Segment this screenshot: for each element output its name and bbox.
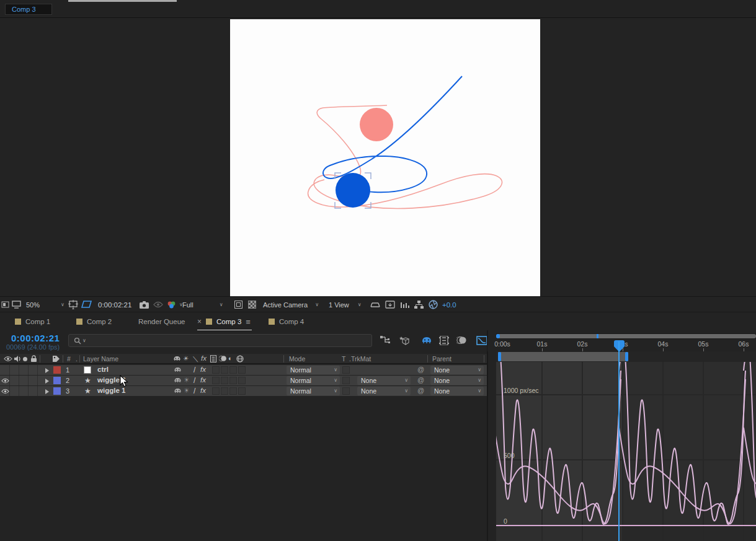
collapse-transformations-switch[interactable]: ☀ bbox=[184, 376, 190, 384]
blend-mode-dropdown[interactable]: Normal∨ bbox=[287, 387, 340, 395]
work-area-end-handle[interactable] bbox=[625, 352, 628, 361]
frame-blend-switch[interactable] bbox=[212, 366, 220, 374]
audio-toggle[interactable] bbox=[11, 376, 19, 385]
adjustment-switch[interactable] bbox=[229, 387, 237, 395]
column-mode[interactable]: Mode bbox=[289, 355, 305, 363]
share-view-icon[interactable] bbox=[370, 297, 380, 312]
playhead-line[interactable] bbox=[618, 341, 620, 541]
solo-icon[interactable] bbox=[23, 357, 27, 361]
shy-switch[interactable] bbox=[174, 387, 182, 394]
navigator-start-handle[interactable] bbox=[496, 334, 500, 338]
frame-blend-switch[interactable] bbox=[212, 377, 220, 384]
layer-label-color[interactable] bbox=[53, 366, 61, 374]
column-dot[interactable]: . bbox=[76, 355, 78, 363]
shy-switch[interactable] bbox=[174, 377, 182, 384]
parent-dropdown[interactable]: None∨ bbox=[430, 387, 484, 395]
always-preview-icon[interactable] bbox=[1, 297, 9, 312]
region-of-interest-icon[interactable] bbox=[81, 297, 92, 312]
fx-switch[interactable]: fx bbox=[200, 376, 206, 384]
expand-arrow[interactable] bbox=[45, 389, 49, 394]
quality-switch[interactable]: / bbox=[193, 366, 195, 374]
expand-arrow[interactable] bbox=[45, 379, 49, 384]
tab-comp3-active[interactable]: × Comp 3 ≡ bbox=[197, 312, 251, 331]
preserve-transparency-toggle[interactable] bbox=[342, 377, 350, 384]
fast-previews-icon[interactable] bbox=[234, 297, 242, 312]
graph-editor-icon[interactable] bbox=[476, 336, 487, 345]
adjustment-layer-column-icon[interactable]: ◐ bbox=[228, 354, 233, 362]
blend-mode-dropdown[interactable]: Normal∨ bbox=[287, 376, 340, 385]
exposure-shutter-icon[interactable] bbox=[429, 297, 438, 312]
pickwhip-icon[interactable]: @ bbox=[417, 387, 424, 394]
video-toggle[interactable] bbox=[1, 365, 10, 375]
draft-3d-icon[interactable] bbox=[399, 336, 411, 345]
composition-mini-flowchart-icon[interactable] bbox=[380, 336, 391, 344]
adjustment-switch[interactable] bbox=[229, 366, 237, 374]
tab-comp1[interactable]: Comp 1 bbox=[15, 312, 50, 331]
3d-switch[interactable] bbox=[238, 366, 246, 374]
grid-guides-icon[interactable] bbox=[68, 297, 79, 312]
frame-blending-icon[interactable] bbox=[439, 336, 449, 345]
mini-flowchart-icon[interactable] bbox=[414, 297, 424, 312]
audio-toggle[interactable] bbox=[11, 365, 19, 375]
column-trkmat[interactable]: .TrkMat bbox=[349, 355, 371, 363]
preserve-transparency-toggle[interactable] bbox=[342, 366, 350, 374]
frame-blend-column-icon[interactable] bbox=[210, 355, 217, 363]
tab-render-queue[interactable]: Render Queue bbox=[138, 312, 185, 331]
frame-blend-switch[interactable] bbox=[212, 387, 220, 395]
3d-switch[interactable] bbox=[238, 387, 246, 395]
pickwhip-icon[interactable]: @ bbox=[417, 376, 424, 384]
parent-dropdown[interactable]: None∨ bbox=[430, 376, 484, 385]
composition-canvas[interactable] bbox=[230, 19, 540, 297]
tab-comp2[interactable]: Comp 2 bbox=[76, 312, 112, 331]
layer-row-wiggle3[interactable]: 2 ★ wiggle 3 ☀ / fx Normal∨ None∨ @ None… bbox=[0, 376, 487, 385]
3d-switch[interactable] bbox=[238, 377, 246, 384]
panel-splitter[interactable] bbox=[487, 330, 488, 541]
trkmat-dropdown[interactable]: None∨ bbox=[357, 376, 411, 385]
column-parent[interactable]: Parent bbox=[432, 355, 451, 363]
fx-switch[interactable]: fx bbox=[200, 387, 206, 394]
magnification-dropdown[interactable]: 50% ∨ bbox=[26, 297, 64, 312]
layer-name[interactable]: ctrl bbox=[97, 366, 109, 373]
search-input[interactable]: ∨ bbox=[68, 334, 372, 347]
show-snapshot-eye-icon[interactable] bbox=[153, 297, 163, 312]
column-layer-name[interactable]: Layer Name bbox=[83, 355, 118, 363]
panel-menu-icon[interactable]: ≡ bbox=[246, 317, 251, 327]
view-layout-dropdown[interactable]: 1 View ∨ bbox=[329, 297, 362, 312]
3d-layer-column-icon[interactable] bbox=[236, 355, 244, 363]
resolution-dropdown[interactable]: Full ∨ bbox=[182, 297, 223, 312]
lock-toggle[interactable] bbox=[29, 386, 38, 396]
lock-toggle[interactable] bbox=[29, 365, 38, 375]
parent-dropdown[interactable]: None∨ bbox=[430, 366, 484, 374]
quality-switch[interactable]: / bbox=[193, 387, 195, 395]
eye-icon[interactable] bbox=[4, 356, 12, 362]
fx-column-icon[interactable]: fx bbox=[201, 354, 207, 362]
layer-row-ctrl[interactable]: 1 ctrl / fx Normal∨ @ None∨ bbox=[0, 365, 487, 375]
layer-row-wiggle1[interactable]: 3 ★ wiggle 1 ☀ / fx Normal∨ None∨ @ None… bbox=[0, 386, 487, 396]
close-icon[interactable]: × bbox=[197, 317, 202, 326]
trkmat-dropdown[interactable]: None∨ bbox=[357, 387, 411, 395]
work-area-start-handle[interactable] bbox=[498, 352, 501, 361]
navigator-bar[interactable] bbox=[496, 334, 756, 338]
video-toggle[interactable] bbox=[1, 376, 10, 385]
preserve-transparency-toggle[interactable] bbox=[342, 387, 350, 395]
pickwhip-icon[interactable]: @ bbox=[417, 366, 424, 373]
blue-circle-shape[interactable] bbox=[336, 173, 370, 208]
pixel-aspect-correction-icon[interactable] bbox=[385, 297, 395, 312]
quality-switch[interactable]: / bbox=[193, 376, 195, 385]
adjustment-switch[interactable] bbox=[229, 377, 237, 384]
timeline-navigator-scrollbar[interactable] bbox=[496, 333, 756, 339]
snapshot-camera-icon[interactable] bbox=[140, 297, 149, 312]
audio-icon[interactable] bbox=[14, 355, 21, 363]
exposure-value[interactable]: +0.0 bbox=[442, 297, 456, 312]
motion-blur-icon[interactable] bbox=[456, 336, 467, 345]
layer-name[interactable]: wiggle 1 bbox=[97, 387, 125, 394]
work-area-bar[interactable] bbox=[498, 352, 628, 361]
lock-icon[interactable] bbox=[30, 355, 37, 363]
column-number[interactable]: # bbox=[67, 355, 71, 363]
blend-mode-dropdown[interactable]: Normal∨ bbox=[287, 366, 340, 374]
collapse-column-icon[interactable]: ☀ bbox=[183, 354, 189, 362]
viewer-timecode[interactable]: 0:00:02:21 bbox=[98, 297, 131, 312]
hide-shy-layers-icon[interactable] bbox=[421, 336, 432, 345]
solo-toggle[interactable] bbox=[20, 376, 29, 385]
motion-blur-switch[interactable] bbox=[221, 366, 228, 374]
